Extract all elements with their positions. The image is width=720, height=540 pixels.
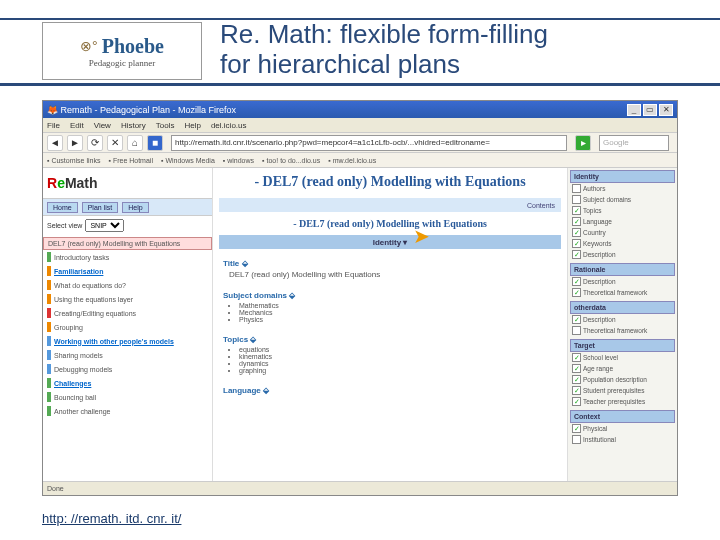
- close-button[interactable]: ✕: [659, 104, 673, 116]
- tree-item[interactable]: Creating/Editing equations: [43, 306, 212, 320]
- checkbox[interactable]: [572, 326, 581, 335]
- menu-del.icio.us[interactable]: del.icio.us: [211, 121, 247, 130]
- forward-button[interactable]: ►: [67, 135, 83, 151]
- identity-bar[interactable]: Identity ▾: [219, 235, 561, 249]
- checkbox-row[interactable]: Country: [570, 227, 675, 238]
- tree-item[interactable]: Debugging models: [43, 362, 212, 376]
- tree-item-selected[interactable]: DEL7 (read only) Modelling with Equation…: [43, 237, 212, 250]
- checkbox[interactable]: [572, 435, 581, 444]
- go-button[interactable]: ▸: [575, 135, 591, 151]
- checkbox-row[interactable]: Description: [570, 249, 675, 260]
- tag-icon[interactable]: ■: [147, 135, 163, 151]
- minimize-button[interactable]: _: [627, 104, 641, 116]
- menu-history[interactable]: History: [121, 121, 146, 130]
- panel-head[interactable]: Target: [570, 339, 675, 352]
- checkbox-row[interactable]: School level: [570, 352, 675, 363]
- checkbox[interactable]: [572, 277, 581, 286]
- main-content: - DEL7 (read only) Modelling with Equati…: [213, 168, 567, 481]
- menu-help[interactable]: Help: [184, 121, 200, 130]
- menu-edit[interactable]: Edit: [70, 121, 84, 130]
- menu-view[interactable]: View: [94, 121, 111, 130]
- checkbox[interactable]: [572, 424, 581, 433]
- checkbox[interactable]: [572, 375, 581, 384]
- checkbox[interactable]: [572, 386, 581, 395]
- maximize-button[interactable]: ▭: [643, 104, 657, 116]
- bookmark-item[interactable]: ▪ windows: [223, 157, 254, 164]
- window-titlebar: 🦊 Remath - Pedagogical Plan - Mozilla Fi…: [43, 101, 677, 118]
- stop-button[interactable]: ✕: [107, 135, 123, 151]
- bookmark-item[interactable]: ▪ mw.del.icio.us: [328, 157, 376, 164]
- search-input[interactable]: Google: [599, 135, 669, 151]
- checkbox-row[interactable]: Age range: [570, 363, 675, 374]
- panel-head[interactable]: otherdata: [570, 301, 675, 314]
- tree-item[interactable]: Introductory tasks: [43, 250, 212, 264]
- tree-item[interactable]: Working with other people's models: [43, 334, 212, 348]
- nav-home[interactable]: Home: [47, 202, 78, 213]
- nav-buttons: HomePlan listHelp: [43, 198, 212, 216]
- view-selector-row: Select view SNIP: [43, 216, 212, 235]
- checkbox[interactable]: [572, 228, 581, 237]
- panel-head[interactable]: Context: [570, 410, 675, 423]
- url-input[interactable]: http://remath.itd.cnr.it/scenario.php?pw…: [171, 135, 567, 151]
- view-select[interactable]: SNIP: [85, 219, 124, 232]
- checkbox[interactable]: [572, 195, 581, 204]
- checkbox-row[interactable]: Student prerequisites: [570, 385, 675, 396]
- checkbox-row[interactable]: Theoretical framework: [570, 325, 675, 336]
- browser-window: 🦊 Remath - Pedagogical Plan - Mozilla Fi…: [42, 100, 678, 496]
- tree-item[interactable]: Using the equations layer: [43, 292, 212, 306]
- checkbox[interactable]: [572, 397, 581, 406]
- nav-plan-list[interactable]: Plan list: [82, 202, 119, 213]
- toolbar: ◄ ► ⟳ ✕ ⌂ ■ http://remath.itd.cnr.it/sce…: [43, 133, 677, 153]
- tree-item[interactable]: Another challenge: [43, 404, 212, 418]
- checkbox-row[interactable]: Authors: [570, 183, 675, 194]
- bookmark-item[interactable]: ▪ Customise links: [47, 157, 100, 164]
- checkbox[interactable]: [572, 206, 581, 215]
- checkbox[interactable]: [572, 250, 581, 259]
- checkbox[interactable]: [572, 184, 581, 193]
- home-button[interactable]: ⌂: [127, 135, 143, 151]
- checkbox[interactable]: [572, 353, 581, 362]
- checkbox-row[interactable]: Theoretical framework: [570, 287, 675, 298]
- page-title: - DEL7 (read only) Modelling with Equati…: [213, 168, 567, 196]
- checkbox[interactable]: [572, 217, 581, 226]
- checkbox-row[interactable]: Subject domains: [570, 194, 675, 205]
- checkbox-row[interactable]: Topics: [570, 205, 675, 216]
- contents-tab[interactable]: Contents: [527, 202, 555, 209]
- tree-item[interactable]: Sharing models: [43, 348, 212, 362]
- reload-button[interactable]: ⟳: [87, 135, 103, 151]
- tree-item[interactable]: Challenges: [43, 376, 212, 390]
- bookmark-item[interactable]: ▪ too! to do...dio.us: [262, 157, 320, 164]
- checkbox[interactable]: [572, 239, 581, 248]
- footer-link[interactable]: http: //remath. itd. cnr. it/: [42, 511, 181, 526]
- section-title: Title ⬙ DEL7 (read only) Modelling with …: [213, 251, 567, 283]
- checkbox-row[interactable]: Population description: [570, 374, 675, 385]
- bookmarks-bar: ▪ Customise links▪ Free Hotmail▪ Windows…: [43, 153, 677, 168]
- tree-item[interactable]: Familiarisation: [43, 264, 212, 278]
- checkbox-row[interactable]: Language: [570, 216, 675, 227]
- checkbox-row[interactable]: Teacher prerequisites: [570, 396, 675, 407]
- contents-tab-bar: Contents: [219, 198, 561, 212]
- checkbox[interactable]: [572, 288, 581, 297]
- color-bar: [47, 280, 51, 290]
- color-bar: [47, 322, 51, 332]
- bookmark-item[interactable]: ▪ Free Hotmail: [108, 157, 153, 164]
- checkbox-row[interactable]: Description: [570, 276, 675, 287]
- section-subject: Subject domains ⬙ MathematicsMechanicsPh…: [213, 283, 567, 327]
- checkbox[interactable]: [572, 364, 581, 373]
- checkbox[interactable]: [572, 315, 581, 324]
- tree-item[interactable]: Grouping: [43, 320, 212, 334]
- tree-item[interactable]: Bouncing ball: [43, 390, 212, 404]
- panel-head[interactable]: Rationale: [570, 263, 675, 276]
- nav-help[interactable]: Help: [122, 202, 148, 213]
- bookmark-item[interactable]: ▪ Windows Media: [161, 157, 215, 164]
- checkbox-row[interactable]: Description: [570, 314, 675, 325]
- checkbox-row[interactable]: Institutional: [570, 434, 675, 445]
- menu-tools[interactable]: Tools: [156, 121, 175, 130]
- back-button[interactable]: ◄: [47, 135, 63, 151]
- plan-tree: DEL7 (read only) Modelling with Equation…: [43, 235, 212, 481]
- panel-head[interactable]: Identity: [570, 170, 675, 183]
- tree-item[interactable]: What do equations do?: [43, 278, 212, 292]
- checkbox-row[interactable]: Physical: [570, 423, 675, 434]
- checkbox-row[interactable]: Keywords: [570, 238, 675, 249]
- menu-file[interactable]: File: [47, 121, 60, 130]
